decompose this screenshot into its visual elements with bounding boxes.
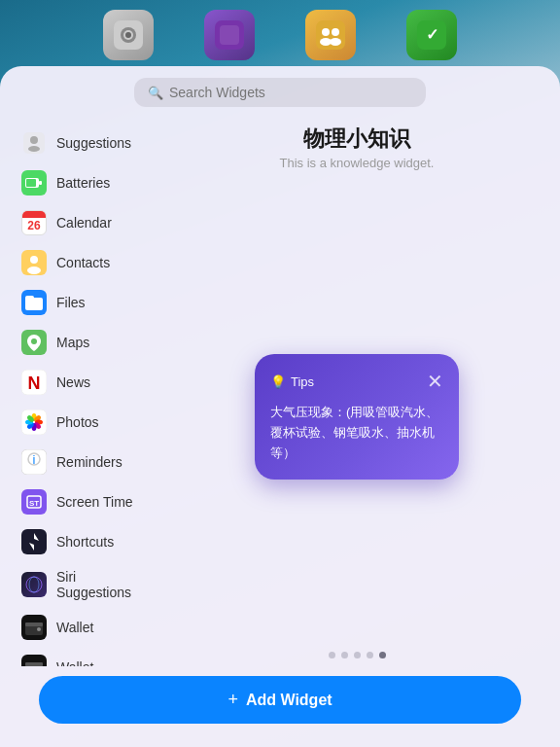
svg-point-27 <box>31 338 37 344</box>
main-panel: 🔍 Suggestions Batteries <box>0 66 560 747</box>
sidebar-item-calendar[interactable]: 26 Calendar <box>6 203 158 242</box>
svg-point-8 <box>332 28 339 36</box>
widget-card-header: 💡 Tips ✕ <box>270 370 443 393</box>
suggestions-label: Suggestions <box>56 135 131 151</box>
widget-area: 物理小知识 This is a knowledge widget. 💡 Tips… <box>163 115 560 666</box>
svg-point-15 <box>28 146 40 152</box>
photos-label: Photos <box>56 414 99 430</box>
calendar-label: Calendar <box>56 215 112 231</box>
sidebar-item-news[interactable]: N News <box>6 363 158 402</box>
sidebar-item-photos[interactable]: Photos <box>6 403 158 442</box>
svg-rect-18 <box>39 181 42 185</box>
svg-rect-19 <box>26 179 36 187</box>
maps-label: Maps <box>56 335 89 350</box>
search-icon: 🔍 <box>148 86 163 100</box>
sidebar: Suggestions Batteries 26 Calendar <box>0 115 163 666</box>
pagination-dots <box>173 640 541 666</box>
shortcuts-icon <box>21 529 47 554</box>
contacts-label: Contacts <box>56 255 110 270</box>
wallet2-label: Wallet <box>56 659 93 666</box>
shortcuts-label: Shortcuts <box>56 534 114 550</box>
files-label: Files <box>56 295 86 310</box>
news-icon: N <box>21 370 47 395</box>
svg-text:✓: ✓ <box>426 26 438 43</box>
svg-point-21 <box>30 256 38 264</box>
widget-card-title-row: 💡 Tips <box>270 374 314 389</box>
sidebar-item-wallet1[interactable]: Wallet <box>6 608 158 647</box>
sidebar-item-suggestions[interactable]: Suggestions <box>6 124 158 162</box>
wallet1-icon <box>21 615 47 640</box>
siri-label: Siri Suggestions <box>56 569 144 600</box>
dot-4 <box>367 652 373 658</box>
add-widget-label: Add Widget <box>246 692 332 709</box>
sidebar-item-screentime[interactable]: ST Screen Time <box>6 482 158 521</box>
dot-5-active <box>379 652 386 658</box>
svg-point-14 <box>30 136 38 144</box>
dock-icon-purple <box>204 10 255 60</box>
svg-point-3 <box>125 32 131 38</box>
search-bar[interactable]: 🔍 <box>134 78 426 107</box>
top-dock: ✓ <box>0 0 560 70</box>
svg-point-10 <box>330 38 341 46</box>
contacts-icon <box>21 250 47 275</box>
dock-icon-camera <box>103 10 154 60</box>
svg-point-22 <box>27 267 41 274</box>
svg-text:N: N <box>28 374 41 393</box>
add-widget-plus-icon: + <box>228 690 238 710</box>
add-widget-wrap: + Add Widget <box>0 666 560 747</box>
reminders-label: Reminders <box>56 454 122 470</box>
dock-icon-people <box>305 10 356 60</box>
svg-rect-5 <box>220 25 239 45</box>
sidebar-item-files[interactable]: Files <box>6 283 158 322</box>
batteries-icon <box>21 170 47 196</box>
search-input[interactable] <box>169 85 412 100</box>
tips-bulb-icon: 💡 <box>270 374 286 389</box>
svg-point-7 <box>322 28 330 36</box>
sidebar-item-reminders[interactable]: i Reminders <box>6 443 158 481</box>
suggestions-icon <box>21 130 47 156</box>
sidebar-item-siri[interactable]: Siri Suggestions <box>6 562 158 607</box>
widget-card-label: Tips <box>291 374 314 389</box>
sidebar-item-maps[interactable]: Maps <box>6 323 158 362</box>
content-area: Suggestions Batteries 26 Calendar <box>0 115 560 666</box>
news-label: News <box>56 374 90 390</box>
photos-icon <box>21 409 47 435</box>
sidebar-item-contacts[interactable]: Contacts <box>6 243 158 282</box>
widget-close-icon: ✕ <box>427 370 443 393</box>
dot-2 <box>341 652 348 658</box>
siri-icon <box>21 572 47 597</box>
add-widget-button[interactable]: + Add Widget <box>39 676 521 724</box>
svg-rect-30 <box>21 409 47 435</box>
wallet1-label: Wallet <box>56 620 93 635</box>
screentime-label: Screen Time <box>56 494 133 510</box>
maps-icon <box>21 330 47 355</box>
svg-rect-6 <box>316 20 345 50</box>
files-icon <box>21 290 47 315</box>
widget-title-area: 物理小知识 This is a knowledge widget. <box>173 115 541 174</box>
dot-3 <box>354 652 361 658</box>
dock-icon-green: ✓ <box>406 10 457 60</box>
dot-1 <box>329 652 335 658</box>
calendar-icon: 26 <box>21 210 47 235</box>
svg-point-53 <box>37 627 41 631</box>
reminders-icon: i <box>21 449 47 475</box>
widget-card-body: 大气压现象：(用吸管吸汽水、覆杯试验、钢笔吸水、抽水机等） <box>270 403 443 463</box>
batteries-label: Batteries <box>56 175 110 191</box>
wallet2-icon <box>21 655 47 666</box>
svg-rect-47 <box>21 572 47 597</box>
svg-rect-52 <box>25 622 43 626</box>
svg-text:i: i <box>33 452 36 467</box>
sidebar-item-batteries[interactable]: Batteries <box>6 163 158 202</box>
widget-subtitle: This is a knowledge widget. <box>192 156 521 170</box>
svg-rect-25 <box>25 296 34 301</box>
widget-card[interactable]: 💡 Tips ✕ 大气压现象：(用吸管吸汽水、覆杯试验、钢笔吸水、抽水机等） <box>255 354 459 479</box>
svg-rect-45 <box>21 529 47 554</box>
widget-preview-area: 💡 Tips ✕ 大气压现象：(用吸管吸汽水、覆杯试验、钢笔吸水、抽水机等） <box>173 174 541 640</box>
screentime-icon: ST <box>21 489 47 515</box>
search-bar-container: 🔍 <box>0 66 560 115</box>
svg-text:ST: ST <box>29 499 39 508</box>
sidebar-item-wallet2[interactable]: Wallet <box>6 648 158 666</box>
widget-main-title: 物理小知识 <box>192 124 521 154</box>
calendar-day-number: 26 <box>27 218 40 234</box>
sidebar-item-shortcuts[interactable]: Shortcuts <box>6 522 158 561</box>
